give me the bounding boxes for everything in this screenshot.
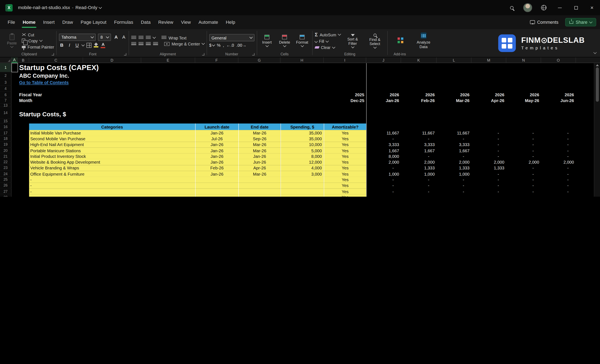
launch-date-cell[interactable]: Jan-26	[195, 171, 238, 177]
comments-button[interactable]: Comments	[527, 18, 562, 26]
month-cell[interactable]: -	[366, 165, 401, 171]
month-cell[interactable]: -	[541, 194, 576, 197]
delete-cells-button[interactable]: Delete	[277, 34, 292, 47]
end-date-cell[interactable]	[238, 194, 281, 197]
select-all-corner[interactable]	[0, 57, 12, 63]
month-cell[interactable]: -	[366, 183, 401, 188]
menu-data[interactable]: Data	[137, 15, 154, 29]
accounting-format-button[interactable]: $	[209, 43, 215, 47]
row-header-22[interactable]: 22	[0, 159, 12, 165]
search-button[interactable]	[504, 0, 520, 15]
category-cell[interactable]: Portable Manicure Stations	[29, 147, 195, 153]
fiscal-cell[interactable]: Dec-25	[324, 98, 366, 104]
column-header-B[interactable]: B	[18, 57, 29, 63]
vertical-scrollbar[interactable]	[594, 63, 600, 197]
month-cell[interactable]: Feb-26	[401, 98, 437, 104]
wrap-text-button[interactable]: Wrap Text	[162, 35, 187, 40]
toc-link[interactable]: Go to Table of Contents	[19, 80, 69, 85]
month-cell[interactable]: -	[437, 136, 471, 142]
category-cell[interactable]: Second Mobile Van Purchase	[29, 136, 195, 142]
fiscal-cell[interactable]: 2025	[324, 92, 366, 98]
clear-button[interactable]: Clear	[315, 45, 340, 50]
launch-date-cell[interactable]: Feb-26	[195, 165, 238, 171]
insert-cells-button[interactable]: Insert	[259, 34, 275, 47]
month-cell[interactable]: 1,667	[437, 147, 471, 153]
row-header-14[interactable]: 14	[0, 107, 12, 118]
month-cell[interactable]: Jun-26	[541, 98, 576, 104]
month-cell[interactable]: -	[401, 188, 437, 194]
month-cell[interactable]: 2026	[506, 92, 541, 98]
end-date-cell[interactable]: Mar-26	[238, 171, 281, 177]
month-cell[interactable]: 1,333	[471, 165, 506, 171]
spending-cell[interactable]: 3,000	[281, 171, 324, 177]
maximize-button[interactable]	[568, 0, 584, 15]
fill-color-button[interactable]	[94, 43, 98, 47]
month-cell[interactable]: -	[437, 194, 471, 197]
amortizable-cell[interactable]: Yes	[324, 136, 366, 142]
spending-cell[interactable]: 8,000	[281, 154, 324, 159]
row-header-17[interactable]: 17	[0, 130, 12, 136]
month-cell[interactable]: 3,333	[437, 142, 471, 147]
month-cell[interactable]: -	[471, 147, 506, 153]
launch-date-cell[interactable]: Jan-26	[195, 130, 238, 136]
launch-date-cell[interactable]	[195, 183, 238, 188]
end-date-cell[interactable]: Mar-26	[238, 147, 281, 153]
column-header-J[interactable]: J	[366, 57, 401, 63]
month-cell[interactable]: -	[471, 154, 506, 159]
month-cell[interactable]: -	[541, 130, 576, 136]
end-date-cell[interactable]: Sep-26	[238, 136, 281, 142]
month-cell[interactable]: -	[541, 142, 576, 147]
month-cell[interactable]: 1,333	[437, 165, 471, 171]
row-header-24[interactable]: 24	[0, 171, 12, 177]
spending-cell[interactable]: 4,000	[281, 165, 324, 171]
month-cell[interactable]: 2,000	[437, 159, 471, 165]
menu-insert[interactable]: Insert	[39, 15, 58, 29]
amortizable-cell[interactable]: Yes	[324, 177, 366, 183]
menu-review[interactable]: Review	[154, 15, 177, 29]
amortizable-cell[interactable]: Yes	[324, 130, 366, 136]
end-date-cell[interactable]: Mar-26	[238, 130, 281, 136]
column-header-L[interactable]: L	[437, 57, 471, 63]
sort-filter-button[interactable]: Sort & Filter	[343, 33, 363, 48]
month-cell[interactable]: 2,000	[471, 159, 506, 165]
number-format-select[interactable]: General	[209, 34, 254, 41]
month-cell[interactable]: -	[506, 165, 541, 171]
document-title[interactable]: mobile-nail-art-studio.xlsx - Read-Only	[18, 5, 102, 10]
browser-button[interactable]	[536, 0, 552, 15]
italic-button[interactable]: I	[67, 42, 72, 48]
month-cell[interactable]: -	[541, 183, 576, 188]
merge-center-button[interactable]: Merge & Center	[164, 42, 204, 46]
amortizable-cell[interactable]: Yes	[324, 188, 366, 194]
month-cell[interactable]: 3,333	[366, 142, 401, 147]
spending-cell[interactable]	[281, 188, 324, 194]
launch-date-cell[interactable]	[195, 188, 238, 194]
close-button[interactable]: ×	[584, 0, 600, 15]
month-cell[interactable]: -	[541, 177, 576, 183]
month-cell[interactable]: -	[437, 188, 471, 194]
end-date-cell[interactable]	[238, 188, 281, 194]
month-cell[interactable]: -	[506, 136, 541, 142]
end-date-cell[interactable]: Jan-26	[238, 154, 281, 159]
end-date-cell[interactable]: Jun-26	[238, 159, 281, 165]
category-cell[interactable]: -	[29, 177, 195, 183]
launch-date-cell[interactable]: Jan-26	[195, 154, 238, 159]
row-header-2[interactable]: 2	[0, 72, 12, 79]
month-cell[interactable]: -	[506, 194, 541, 197]
month-cell[interactable]: 8,000	[366, 154, 401, 159]
category-cell[interactable]: Initial Mobile Van Purchase	[29, 130, 195, 136]
month-cell[interactable]: 1,667	[366, 147, 401, 153]
end-date-cell[interactable]	[238, 177, 281, 183]
category-cell[interactable]: High-End Nail Art Equipment	[29, 142, 195, 147]
month-cell[interactable]: Apr-26	[471, 98, 506, 104]
find-select-button[interactable]: Find & Select	[365, 33, 385, 49]
amortizable-cell[interactable]: Yes	[324, 142, 366, 147]
menu-page-layout[interactable]: Page Layout	[77, 15, 110, 29]
collapse-ribbon-button[interactable]	[594, 48, 596, 55]
month-cell[interactable]: -	[506, 171, 541, 177]
category-cell[interactable]: -	[29, 188, 195, 194]
month-cell[interactable]: -	[541, 154, 576, 159]
month-cell[interactable]: -	[401, 154, 437, 159]
row-header-16[interactable]: 16	[0, 124, 12, 130]
month-cell[interactable]: -	[366, 136, 401, 142]
menu-home[interactable]: Home	[19, 15, 39, 29]
